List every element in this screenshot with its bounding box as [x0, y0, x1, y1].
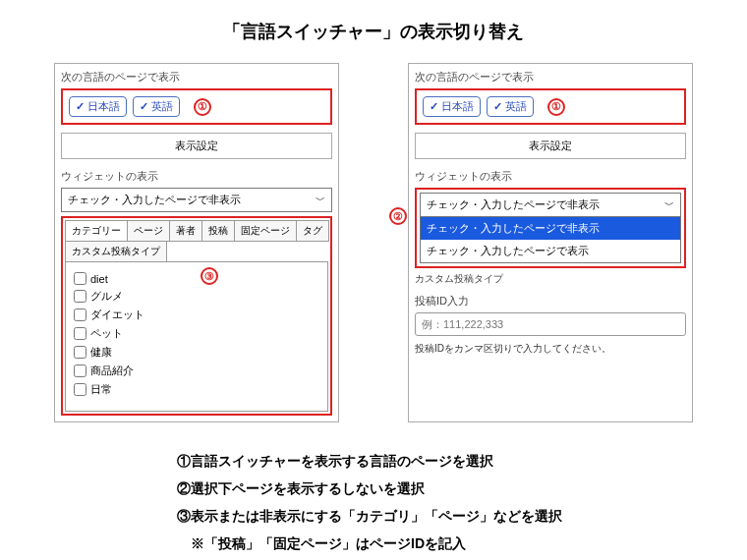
checkbox[interactable] [74, 272, 86, 285]
select-wrap: チェック・入力したページで非表示 ﹀ [61, 188, 332, 212]
widget-label: ウィジェットの表示 [61, 169, 332, 184]
lang-chip-japanese[interactable]: ✓ 日本語 [423, 96, 481, 117]
category-list: diet グルメ ダイエット ペット 健康 商品紹介 日常 [65, 261, 328, 412]
check-icon: ✓ [430, 100, 438, 113]
legend-line-2: ②選択下ページを表示するしないを選択 [177, 475, 708, 502]
item-label: 日常 [90, 382, 112, 397]
item-label: 商品紹介 [90, 364, 134, 378]
tabs-row: カテゴリー ページ 著者 投稿 固定ページ タグ [65, 220, 328, 241]
lang-row: ✓ 日本語 ✓ 英語 ① [415, 88, 686, 125]
post-id-help: 投稿IDをカンマ区切りで入力してください。 [415, 342, 686, 356]
checkbox[interactable] [74, 364, 86, 377]
legend-line-1: ①言語スイッチャーを表示する言語のページを選択 [177, 447, 708, 475]
dropdown-option[interactable]: チェック・入力したページで表示 [421, 240, 680, 262]
lang-chip-label: 日本語 [87, 99, 120, 114]
item-label: 健康 [90, 345, 112, 360]
lang-chip-label: 日本語 [441, 99, 474, 114]
list-item[interactable]: 日常 [74, 380, 319, 399]
list-item[interactable]: ダイエット [74, 306, 319, 324]
check-icon: ✓ [493, 100, 502, 113]
tab-category[interactable]: カテゴリー [65, 220, 128, 242]
legend-line-3: ③表示または非表示にする「カテゴリ」「ページ」などを選択 [177, 502, 708, 530]
list-item[interactable]: ペット [74, 324, 319, 343]
widget-label: ウィジェットの表示 [415, 169, 686, 184]
item-label: グルメ [90, 289, 123, 304]
visibility-select[interactable]: チェック・入力したページで非表示 ﹀ [420, 193, 681, 217]
chevron-down-icon: ﹀ [316, 194, 325, 207]
checkbox[interactable] [74, 383, 86, 396]
checkbox[interactable] [74, 327, 86, 340]
post-id-section: 投稿ID入力 投稿IDをカンマ区切りで入力してください。 [415, 294, 686, 356]
chevron-down-icon: ﹀ [664, 198, 674, 212]
tab-custom-post-type[interactable]: カスタム投稿タイプ [65, 241, 167, 262]
check-icon: ✓ [76, 100, 85, 113]
list-item[interactable]: 健康 [74, 343, 319, 362]
tabs-row-2: カスタム投稿タイプ [65, 241, 328, 261]
checkbox[interactable] [74, 346, 86, 359]
lang-row: ✓ 日本語 ✓ 英語 ① [61, 88, 332, 125]
lang-section-label: 次の言語のページで表示 [61, 70, 332, 84]
tab-tag[interactable]: タグ [296, 220, 329, 242]
list-item[interactable]: グルメ [74, 287, 319, 306]
marker-2: ② [389, 207, 407, 225]
left-panel: 次の言語のページで表示 ✓ 日本語 ✓ 英語 ① 表示設定 ウィジェットの表示 … [54, 63, 339, 422]
lang-chip-english[interactable]: ✓ 英語 [133, 96, 180, 117]
lang-chip-label: 英語 [151, 99, 173, 114]
post-id-label: 投稿ID入力 [415, 294, 686, 308]
panels-container: 次の言語のページで表示 ✓ 日本語 ✓ 英語 ① 表示設定 ウィジェットの表示 … [39, 63, 708, 422]
legend-line-4: ※「投稿」「固定ページ」はページIDを記入 [177, 530, 708, 557]
lang-chip-english[interactable]: ✓ 英語 [487, 96, 534, 117]
tab-page[interactable]: ページ [127, 220, 170, 242]
marker-3: ③ [201, 267, 218, 285]
category-box: カテゴリー ページ 著者 投稿 固定ページ タグ カスタム投稿タイプ diet … [61, 216, 332, 416]
display-settings-button[interactable]: 表示設定 [61, 133, 332, 159]
custom-post-type-label: カスタム投稿タイプ [415, 272, 686, 286]
list-item[interactable]: 商品紹介 [74, 362, 319, 380]
visibility-dropdown: チェック・入力したページで非表示 チェック・入力したページで表示 [420, 216, 681, 263]
checkbox[interactable] [74, 290, 86, 303]
lang-chip-label: 英語 [505, 99, 527, 114]
right-panel: 次の言語のページで表示 ✓ 日本語 ✓ 英語 ① 表示設定 ウィジェットの表示 … [408, 63, 693, 422]
item-label: diet [90, 273, 108, 285]
marker-1: ① [194, 98, 211, 116]
display-settings-button[interactable]: 表示設定 [415, 133, 686, 159]
item-label: ペット [90, 326, 123, 341]
select-wrap-highlighted: ② チェック・入力したページで非表示 ﹀ チェック・入力したページで非表示 チェ… [415, 188, 686, 268]
select-value: チェック・入力したページで非表示 [68, 193, 241, 207]
check-icon: ✓ [140, 100, 148, 113]
tab-author[interactable]: 著者 [169, 220, 202, 242]
checkbox[interactable] [74, 308, 86, 321]
lang-chip-japanese[interactable]: ✓ 日本語 [69, 96, 127, 117]
visibility-select[interactable]: チェック・入力したページで非表示 ﹀ [61, 188, 332, 212]
lang-section-label: 次の言語のページで表示 [415, 70, 686, 84]
list-item[interactable]: diet [74, 270, 319, 287]
select-value: チェック・入力したページで非表示 [427, 197, 600, 212]
item-label: ダイエット [90, 308, 144, 322]
post-id-input[interactable] [415, 312, 686, 336]
tab-fixed-page[interactable]: 固定ページ [234, 220, 297, 242]
marker-1: ① [547, 98, 565, 116]
legend: ①言語スイッチャーを表示する言語のページを選択 ②選択下ページを表示するしないを… [177, 447, 708, 557]
tab-post[interactable]: 投稿 [201, 220, 235, 242]
dropdown-option[interactable]: チェック・入力したページで非表示 [421, 217, 680, 240]
page-title: 「言語スイッチャー」の表示切り替え [39, 20, 708, 43]
